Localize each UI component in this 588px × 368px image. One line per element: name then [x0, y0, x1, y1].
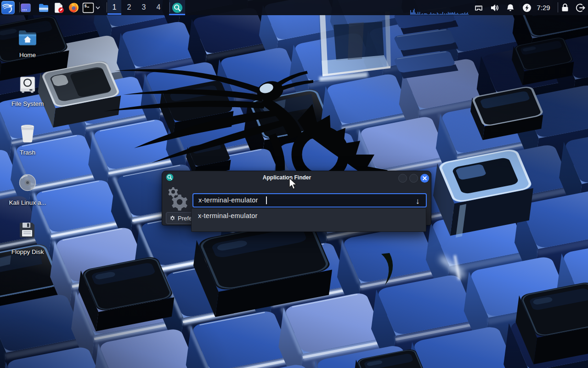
- svg-text:$: $: [84, 4, 87, 9]
